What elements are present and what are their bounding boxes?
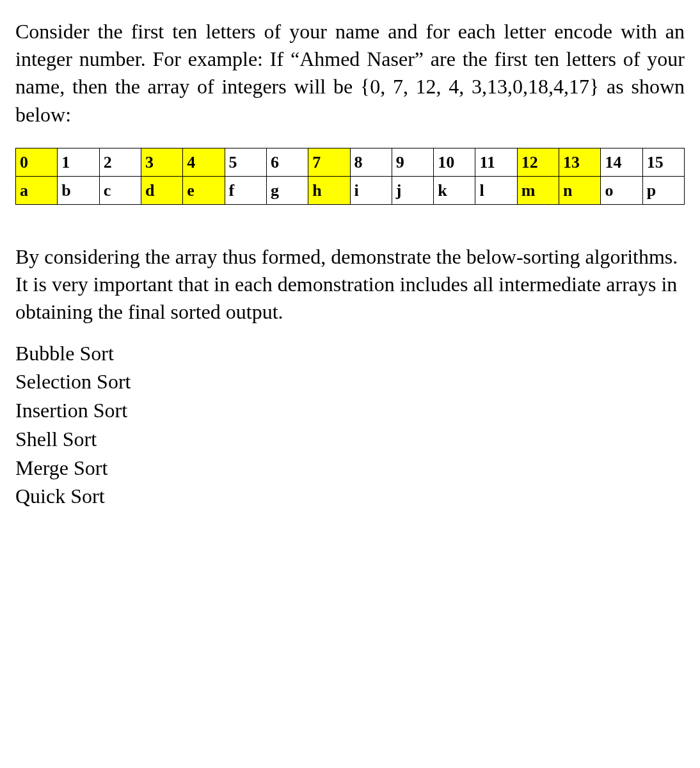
table-cell: 3 xyxy=(141,148,182,176)
table-cell: l xyxy=(475,176,517,204)
intro-paragraph: Consider the first ten letters of your n… xyxy=(15,18,685,129)
list-item: Shell Sort xyxy=(15,425,685,454)
table-cell: 12 xyxy=(517,148,559,176)
table-cell: 6 xyxy=(266,148,308,176)
table-cell: 5 xyxy=(225,148,266,176)
table-cell: h xyxy=(308,176,350,204)
instruction-paragraph: By considering the array thus formed, de… xyxy=(15,243,685,326)
table-cell: f xyxy=(225,176,266,204)
table-cell: 2 xyxy=(99,148,141,176)
table-cell: 11 xyxy=(475,148,517,176)
table-cell: m xyxy=(517,176,559,204)
table-cell: d xyxy=(141,176,182,204)
list-item: Selection Sort xyxy=(15,367,685,396)
list-item: Quick Sort xyxy=(15,482,685,511)
table-cell: p xyxy=(642,176,684,204)
table-row: abcdefghijklmnop xyxy=(16,176,685,204)
table-cell: o xyxy=(601,176,642,204)
table-cell: n xyxy=(559,176,601,204)
table-cell: g xyxy=(266,176,308,204)
table-cell: c xyxy=(99,176,141,204)
list-item: Bubble Sort xyxy=(15,339,685,368)
table-row: 0123456789101112131415 xyxy=(16,148,685,176)
table-cell: 1 xyxy=(58,148,99,176)
encoding-table: 0123456789101112131415 abcdefghijklmnop xyxy=(15,148,685,205)
table-cell: 9 xyxy=(392,148,433,176)
list-item: Insertion Sort xyxy=(15,396,685,425)
table-cell: 8 xyxy=(350,148,392,176)
table-cell: j xyxy=(392,176,433,204)
table-cell: 4 xyxy=(183,148,225,176)
table-cell: 14 xyxy=(601,148,642,176)
table-cell: 7 xyxy=(308,148,350,176)
sort-algorithms-list: Bubble SortSelection SortInsertion SortS… xyxy=(15,339,685,511)
table-cell: 0 xyxy=(16,148,58,176)
table-cell: b xyxy=(58,176,99,204)
table-cell: 13 xyxy=(559,148,601,176)
table-cell: e xyxy=(183,176,225,204)
list-item: Merge Sort xyxy=(15,454,685,483)
table-cell: a xyxy=(16,176,58,204)
table-cell: 10 xyxy=(434,148,475,176)
table-cell: i xyxy=(350,176,392,204)
table-cell: 15 xyxy=(642,148,684,176)
table-cell: k xyxy=(434,176,475,204)
